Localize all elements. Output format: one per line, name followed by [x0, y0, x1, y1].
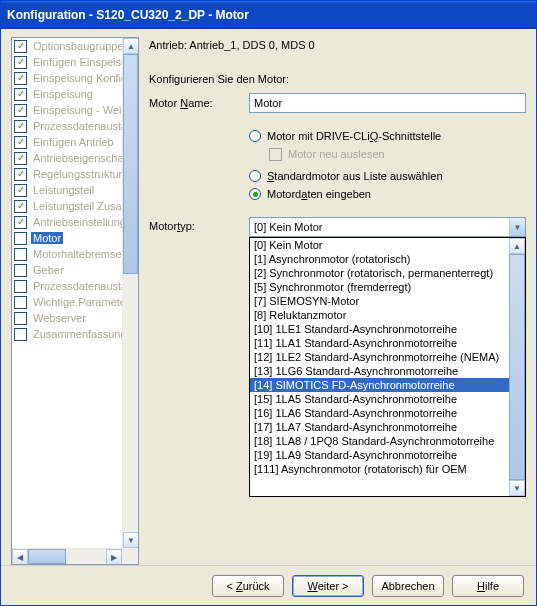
- radio-icon: [249, 130, 261, 142]
- back-button[interactable]: < Zurück: [212, 575, 284, 597]
- wizard-step-item: Optionsbaugruppe: [12, 38, 122, 54]
- checkbox-icon: [14, 120, 27, 133]
- wizard-step-item: Wichtige Parameter: [12, 294, 122, 310]
- step-label: Motor: [31, 232, 63, 244]
- wizard-step-item: Einfügen Einspeisu: [12, 54, 122, 70]
- wizard-step-item: Leistungsteil Zusatz: [12, 198, 122, 214]
- dropdown-option[interactable]: [8] Reluktanzmotor: [250, 308, 509, 322]
- checkbox-icon: [14, 88, 27, 101]
- dropdown-option[interactable]: [13] 1LG6 Standard-Asynchronmotorreihe: [250, 364, 509, 378]
- motor-name-label: Motor Name:: [149, 97, 249, 109]
- radio-icon: [249, 188, 261, 200]
- steps-listbox[interactable]: OptionsbaugruppeEinfügen EinspeisuEinspe…: [11, 37, 139, 565]
- step-label: Antriebseigenschaf: [31, 152, 122, 164]
- checkbox-icon: [14, 200, 27, 213]
- dropdown-option[interactable]: [7] SIEMOSYN-Motor: [250, 294, 509, 308]
- checkbox-icon: [14, 264, 27, 277]
- scroll-down-icon[interactable]: ▼: [123, 532, 139, 548]
- checkbox-icon: [14, 40, 27, 53]
- step-label: Prozessdatenausta: [31, 280, 122, 292]
- help-button[interactable]: Hilfe: [452, 575, 524, 597]
- next-button[interactable]: Weiter >: [292, 575, 364, 597]
- radio-icon: [249, 170, 261, 182]
- wizard-step-item: Antriebseigenschaf: [12, 150, 122, 166]
- scroll-thumb[interactable]: [28, 549, 66, 564]
- wizard-step-item: Geber: [12, 262, 122, 278]
- wizard-step-item: Einfügen Antrieb: [12, 134, 122, 150]
- radio-drive-cliq[interactable]: Motor mit DRIVE-CLiQ-Schnittstelle: [249, 127, 526, 145]
- checkbox-icon: [14, 152, 27, 165]
- cancel-button[interactable]: Abbrechen: [372, 575, 444, 597]
- motortyp-dropdown[interactable]: [0] Kein Motor[1] Asynchronmotor (rotato…: [249, 237, 526, 497]
- step-label: Geber: [31, 264, 66, 276]
- checkbox-icon: [269, 148, 282, 161]
- dropdown-option[interactable]: [5] Synchronmotor (fremderregt): [250, 280, 509, 294]
- radio-standardmotor[interactable]: Standardmotor aus Liste auswählen: [249, 167, 526, 185]
- wizard-step-item: Webserver: [12, 310, 122, 326]
- dropdown-option[interactable]: [16] 1LA6 Standard-Asynchronmotorreihe: [250, 406, 509, 420]
- dropdown-option[interactable]: [111] Asynchronmotor (rotatorisch) für O…: [250, 462, 509, 476]
- radio-motordaten-eingeben[interactable]: Motordaten eingeben: [249, 185, 526, 203]
- scroll-thumb[interactable]: [509, 254, 525, 480]
- wizard-step-item: Einspeisung: [12, 86, 122, 102]
- dropdown-option[interactable]: [18] 1LA8 / 1PQ8 Standard-Asynchronmotor…: [250, 434, 509, 448]
- step-label: Antriebseinstellung: [31, 216, 122, 228]
- step-label: Optionsbaugruppe: [31, 40, 122, 52]
- wizard-step-item: Einspeisung Konfig: [12, 70, 122, 86]
- steps-vertical-scrollbar[interactable]: ▲ ▼: [122, 38, 138, 548]
- dropdown-option[interactable]: [14] SIMOTICS FD-Asynchronmotorreihe: [250, 378, 509, 392]
- checkbox-icon: [14, 232, 27, 245]
- wizard-footer: < Zurück Weiter > Abbrechen Hilfe: [1, 565, 536, 605]
- step-label: Wichtige Parameter: [31, 296, 122, 308]
- checkbox-icon: [14, 216, 27, 229]
- dropdown-option[interactable]: [15] 1LA5 Standard-Asynchronmotorreihe: [250, 392, 509, 406]
- wizard-step-item: Antriebseinstellung: [12, 214, 122, 230]
- motortyp-combobox[interactable]: [0] Kein Motor ▼: [249, 217, 526, 237]
- dropdown-option[interactable]: [17] 1LA7 Standard-Asynchronmotorreihe: [250, 420, 509, 434]
- config-window: Konfiguration - S120_CU320_2_DP - Motor …: [0, 0, 537, 606]
- scroll-left-icon[interactable]: ◀: [12, 549, 28, 565]
- checkbox-icon: [14, 72, 27, 85]
- dropdown-option[interactable]: [11] 1LA1 Standard-Asynchronmotorreihe: [250, 336, 509, 350]
- step-label: Einfügen Einspeisu: [31, 56, 122, 68]
- checkbox-icon: [14, 296, 27, 309]
- step-label: Einfügen Antrieb: [31, 136, 116, 148]
- window-title: Konfiguration - S120_CU320_2_DP - Motor: [7, 8, 532, 22]
- step-label: Prozessdatenausta: [31, 120, 122, 132]
- checkbox-icon: [14, 248, 27, 261]
- steps-horizontal-scrollbar[interactable]: ◀ ▶: [12, 548, 122, 564]
- checkbox-icon: [14, 184, 27, 197]
- motor-source-radios: Motor mit DRIVE-CLiQ-Schnittstelle Motor…: [249, 127, 526, 203]
- checkbox-icon: [14, 280, 27, 293]
- dropdown-option[interactable]: [0] Kein Motor: [250, 238, 509, 252]
- wizard-step-item[interactable]: Motor: [12, 230, 122, 246]
- scroll-right-icon[interactable]: ▶: [106, 549, 122, 565]
- wizard-steps-panel: OptionsbaugruppeEinfügen EinspeisuEinspe…: [11, 37, 139, 565]
- drive-heading: Antrieb: Antrieb_1, DDS 0, MDS 0: [149, 39, 526, 51]
- scroll-up-icon[interactable]: ▲: [509, 238, 525, 254]
- dropdown-scrollbar[interactable]: ▲ ▼: [509, 238, 525, 496]
- motortyp-value: [0] Kein Motor: [250, 221, 509, 233]
- client-area: OptionsbaugruppeEinfügen EinspeisuEinspe…: [1, 29, 536, 605]
- dropdown-option[interactable]: [19] 1LA9 Standard-Asynchronmotorreihe: [250, 448, 509, 462]
- wizard-step-item: Einspeisung - Weite: [12, 102, 122, 118]
- checkbox-icon: [14, 328, 27, 341]
- dropdown-option[interactable]: [10] 1LE1 Standard-Asynchronmotorreihe: [250, 322, 509, 336]
- scroll-up-icon[interactable]: ▲: [123, 38, 139, 54]
- step-label: Zusammenfassung: [31, 328, 122, 340]
- motor-name-input[interactable]: [249, 93, 526, 113]
- step-label: Webserver: [31, 312, 88, 324]
- dropdown-option[interactable]: [2] Synchronmotor (rotatorisch, permanen…: [250, 266, 509, 280]
- config-panel: Antrieb: Antrieb_1, DDS 0, MDS 0 Konfigu…: [149, 37, 526, 565]
- titlebar[interactable]: Konfiguration - S120_CU320_2_DP - Motor: [1, 1, 536, 29]
- wizard-step-item: Motorhaltebremse: [12, 246, 122, 262]
- scroll-thumb[interactable]: [123, 54, 138, 274]
- wizard-step-item: Prozessdatenausta: [12, 278, 122, 294]
- chevron-down-icon[interactable]: ▼: [509, 218, 525, 236]
- dropdown-option[interactable]: [1] Asynchronmotor (rotatorisch): [250, 252, 509, 266]
- checkbox-icon: [14, 136, 27, 149]
- scroll-down-icon[interactable]: ▼: [509, 480, 525, 496]
- wizard-step-item: Regelungsstruktur: [12, 166, 122, 182]
- dropdown-option[interactable]: [12] 1LE2 Standard-Asynchronmotorreihe (…: [250, 350, 509, 364]
- motortyp-label: Motortyp:: [149, 217, 249, 232]
